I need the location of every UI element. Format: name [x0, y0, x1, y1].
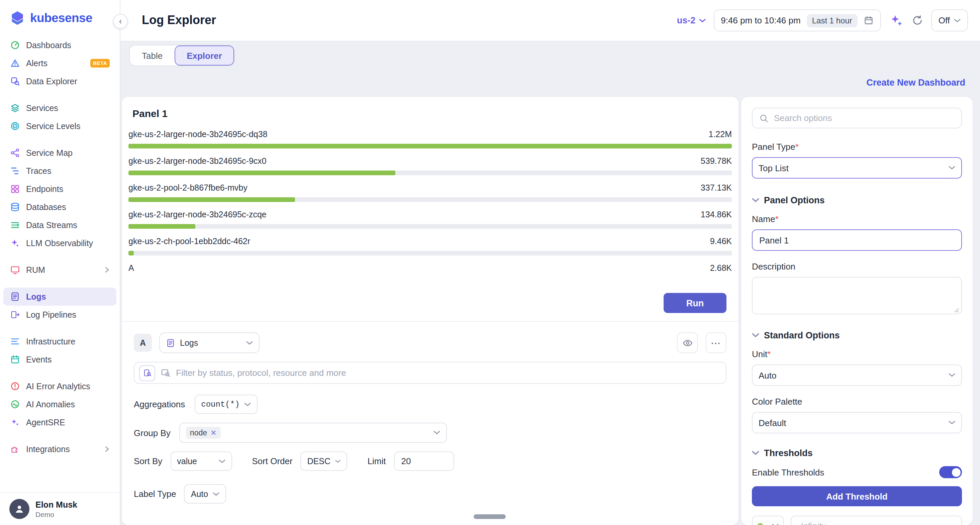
sidebar-item-data-streams[interactable]: Data Streams — [3, 216, 116, 234]
threshold-color-dropdown[interactable] — [752, 515, 784, 525]
create-new-dashboard-link[interactable]: Create New Dashboard — [866, 78, 965, 88]
sidebar-item-rum[interactable]: RUM — [3, 261, 116, 279]
sidebar-item-agentsre[interactable]: AgentSRE — [3, 413, 116, 431]
remove-chip-icon[interactable]: ✕ — [210, 429, 216, 436]
unit-label: Unit* — [752, 349, 962, 359]
horizontal-scrollbar-thumb[interactable] — [474, 514, 506, 519]
unit-dropdown[interactable]: Auto — [752, 364, 962, 386]
logs-icon — [10, 291, 20, 302]
toplist-row[interactable]: gke-us-2-larger-node-3b24695c-dq381.22M — [129, 130, 732, 148]
auto-refresh-dropdown[interactable]: Off — [931, 10, 968, 32]
panel-card: Panel 1 gke-us-2-larger-node-3b24695c-dq… — [122, 97, 738, 525]
aggregation-dropdown[interactable]: count(*) — [194, 395, 258, 414]
agentsre-icon — [10, 417, 20, 427]
logs-doc-icon — [166, 338, 175, 347]
sidebar-nav: Dashboards Alerts BETA Data Explorer Ser… — [0, 33, 120, 492]
row-label: gke-us-2-pool-2-b867fbe6-mvby — [129, 183, 248, 192]
add-threshold-button[interactable]: Add Threshold — [752, 486, 962, 506]
sidebar-item-services[interactable]: Services — [3, 99, 116, 117]
bar-track — [129, 251, 732, 256]
chevron-down-icon — [954, 18, 961, 22]
options-search-input[interactable] — [774, 113, 955, 123]
sidebar-item-traces[interactable]: Traces — [3, 162, 116, 180]
limit-input[interactable] — [394, 452, 454, 471]
view-switcher: Table Explorer — [129, 45, 235, 66]
user-profile[interactable]: Elon Musk Demo — [0, 492, 120, 525]
group-by-chip: node ✕ — [186, 427, 221, 439]
sidebar-item-logs[interactable]: Logs — [3, 288, 116, 305]
sidebar-item-log-pipelines[interactable]: Log Pipelines — [3, 305, 116, 324]
more-options-button[interactable]: ⋯ — [706, 332, 727, 353]
label-type-dropdown[interactable]: Auto — [184, 484, 226, 504]
rum-icon — [10, 265, 20, 275]
sidebar-item-databases[interactable]: Databases — [3, 198, 116, 216]
toplist-row[interactable]: gke-us-2-ch-pool-1ebb2ddc-462r9.46K — [129, 237, 732, 256]
sidebar-item-ai-anomalies[interactable]: AI Anomalies — [3, 395, 116, 413]
preview-query-button[interactable] — [677, 332, 698, 353]
group-by-dropdown[interactable]: node ✕ — [179, 423, 447, 443]
sidebar-item-infrastructure[interactable]: Infrastructure — [3, 332, 116, 350]
query-builder: A Logs ⋯ — [122, 322, 738, 514]
sidebar-item-events[interactable]: Events — [3, 350, 116, 369]
description-label: Description — [752, 261, 962, 272]
sort-by-label: Sort By — [134, 456, 162, 466]
region-selector[interactable]: us-2 — [677, 15, 706, 25]
row-value: 1.22M — [709, 130, 732, 139]
sidebar-item-endpoints[interactable]: Endpoints — [3, 180, 116, 198]
panel-type-dropdown[interactable]: Top List — [752, 157, 962, 178]
run-button[interactable]: Run — [663, 293, 727, 313]
filter-bar[interactable] — [134, 362, 727, 384]
sidebar-item-alerts[interactable]: Alerts BETA — [3, 54, 116, 72]
group-by-label: Group By — [134, 428, 170, 438]
sidebar-item-integrations[interactable]: Integrations — [3, 440, 116, 458]
enable-thresholds-toggle[interactable] — [939, 466, 962, 478]
options-search[interactable] — [752, 108, 962, 129]
sidebar-item-ai-error-analytics[interactable]: AI Error Analytics — [3, 377, 116, 395]
tab-table[interactable]: Table — [130, 46, 175, 65]
bar-fill — [129, 197, 295, 202]
sidebar: kubesense ‹ Dashboards Alerts BETA Data … — [0, 0, 121, 525]
sidebar-collapse-button[interactable]: ‹ — [113, 14, 128, 29]
query-letter-chip: A — [134, 334, 152, 352]
toplist-chart: gke-us-2-larger-node-3b24695c-dq381.22M … — [122, 119, 738, 273]
section-panel-options[interactable]: Panel Options — [752, 195, 962, 205]
toplist-row[interactable]: gke-us-2-larger-node-3b24695c-9cx0539.78… — [129, 156, 732, 175]
color-palette-dropdown[interactable]: Default — [752, 412, 962, 433]
sidebar-item-data-explorer[interactable]: Data Explorer — [3, 72, 116, 90]
sort-order-label: Sort Order — [252, 456, 292, 466]
top-header: Log Explorer us-2 9:46 pm to 10:46 pm La… — [121, 0, 980, 41]
toplist-row[interactable]: gke-us-2-larger-node-3b24695c-zcqe134.86… — [129, 210, 732, 229]
alerts-icon — [10, 58, 20, 68]
filter-input[interactable] — [176, 368, 721, 378]
advanced-filter-icon[interactable] — [139, 365, 155, 381]
enable-thresholds-label: Enable Thresholds — [752, 467, 824, 477]
sidebar-item-service-map[interactable]: Service Map — [3, 144, 116, 162]
tab-explorer[interactable]: Explorer — [175, 46, 234, 65]
label-type-label: Label Type — [134, 489, 176, 499]
row-label: gke-us-2-ch-pool-1ebb2ddc-462r — [129, 237, 250, 246]
events-icon — [10, 355, 20, 364]
time-range-picker[interactable]: 9:46 pm to 10:46 pm Last 1 hour — [713, 10, 881, 32]
sidebar-item-dashboards[interactable]: Dashboards — [3, 36, 116, 54]
refresh-button[interactable] — [912, 15, 923, 26]
brand-logo-row[interactable]: kubesense — [0, 0, 120, 33]
description-textarea[interactable] — [752, 277, 962, 314]
ai-assistant-button[interactable] — [889, 13, 904, 28]
section-thresholds[interactable]: Thresholds — [752, 448, 962, 458]
dashboards-icon — [10, 40, 20, 50]
chevron-down-icon — [752, 198, 759, 203]
data-source-dropdown[interactable]: Logs — [159, 332, 259, 353]
chevron-right-icon — [104, 446, 110, 452]
threshold-value-input[interactable] — [791, 515, 962, 525]
sidebar-item-llm-observability[interactable]: LLM Observability — [3, 234, 116, 252]
sidebar-item-service-levels[interactable]: Service Levels — [3, 117, 116, 135]
toplist-row[interactable]: A2.68K — [129, 264, 732, 273]
sort-order-dropdown[interactable]: DESC — [301, 452, 347, 471]
user-role: Demo — [35, 510, 77, 518]
panel-options-sidebar: Panel Type* Top List Panel Options Name*… — [741, 97, 973, 525]
sort-by-dropdown[interactable]: value — [170, 452, 232, 471]
panel-name-input[interactable] — [752, 229, 962, 251]
brand-name: kubesense — [30, 11, 92, 25]
toplist-row[interactable]: gke-us-2-pool-2-b867fbe6-mvby337.13K — [129, 183, 732, 202]
section-standard-options[interactable]: Standard Options — [752, 330, 962, 340]
